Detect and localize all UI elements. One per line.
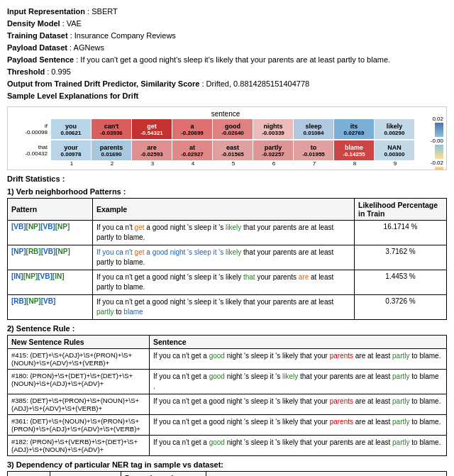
- payload-sentence-line: Payload Sentence : If you can't get a go…: [7, 54, 447, 66]
- sent-row-2: #180: (PRON)+\S+(DET)+\S+(DET)+\S+(NOUN)…: [8, 370, 447, 394]
- sentence-section-title: 2) Sentence Rule :: [7, 324, 447, 333]
- cell-nights: nights-0.00339: [253, 119, 293, 139]
- sent-sentence-1: If you ca n't get a good night 's sleep …: [150, 349, 447, 370]
- verb-row-2: [NP][RB][VB][NP] If you ca n't get a goo…: [8, 245, 447, 270]
- drift-stats: Drift Statistics :: [7, 175, 447, 183]
- verb-col-pattern: Pattern: [8, 199, 93, 221]
- cell-your: your0.00978: [51, 140, 91, 160]
- sent-rule-5: #182: (PRON)+\S+(VERB)+\S+(DET)+\S+(ADJ)…: [8, 436, 150, 456]
- cell-blame: blame-0.14255: [334, 140, 374, 160]
- main-container: Input Representation : SBERT Density Mod…: [7, 6, 447, 476]
- output-line: Output from Trained Drift Predictor, Sim…: [7, 78, 447, 90]
- cell-at: at-0.02927: [172, 140, 212, 160]
- verb-pattern-2: [NP][RB][VB][NP]: [8, 245, 93, 270]
- sample-level-line: Sample Level Explanations for Drift: [7, 90, 447, 102]
- sent-row-1: #415: (DET)+\S+(ADJ)+\S+(PRON)+\S+(NOUN)…: [8, 349, 447, 370]
- heatmap-row2-label: that -0.00432: [11, 144, 50, 157]
- verb-col-pct: Likelihood Percentage in Train: [355, 199, 447, 221]
- cell-a: a-0.20699: [172, 119, 212, 139]
- drift-stats-title: Drift Statistics :: [7, 175, 447, 183]
- ner-section-title: 3) Dependency of particular NER tag in s…: [7, 460, 447, 469]
- verb-row-4: [RB][NP][VB] If you ca n't get a good ni…: [8, 295, 447, 320]
- verb-example-2: If you ca n't get a good night 's sleep …: [93, 245, 355, 270]
- sent-row-3: #385: (DET)+\S+(PRON)+\S+(NOUN)+\S+(ADJ)…: [8, 394, 447, 415]
- colorbar: 0.02 -0.00 -0.02 -0.04: [431, 116, 443, 170]
- sent-sentence-2: If you ca n't get a good night 's sleep …: [150, 370, 447, 394]
- cell-nan: NAN0.00300: [375, 140, 414, 160]
- sent-sentence-4: If you ca n't get a good night 's sleep …: [150, 415, 447, 436]
- cell-east: east-0.01565: [213, 140, 253, 160]
- heatmap-title: sentence: [11, 110, 441, 118]
- sent-rule-3: #385: (DET)+\S+(PRON)+\S+(NOUN)+\S+(ADJ)…: [8, 394, 150, 415]
- verb-pct-2: 3.7162 %: [355, 245, 447, 270]
- payload-dataset-line: Payload Dataset : AGNews: [7, 42, 447, 54]
- verb-row-3: [IN][NP][VB][IN] If you ca n't get a goo…: [8, 270, 447, 295]
- cell-cant: can't-0.03936: [92, 119, 131, 139]
- ner-col-top: Top two most common dependencies in trai…: [206, 472, 447, 476]
- sent-rule-4: #361: (DET)+\S+(NOUN)+\S+(PRON)+\S+(PRON…: [8, 415, 150, 436]
- verb-pct-4: 0.3726 %: [355, 295, 447, 320]
- heatmap-rows: if -0.00098 you0.00621 can't-0.03936 get…: [11, 119, 441, 160]
- verb-example-4: If you ca n't get a good night 's sleep …: [93, 295, 355, 320]
- heatmap-cells-1: you0.00621 can't-0.03936 get-0.54321 a-0…: [51, 119, 414, 139]
- ner-table: NER Tag NER Dependency in sample Top two…: [7, 471, 447, 476]
- threshold-line: Threshold : 0.995: [7, 66, 447, 78]
- sent-row-4: #361: (DET)+\S+(NOUN)+\S+(PRON)+\S+(PRON…: [8, 415, 447, 436]
- density-model-line: Density Model : VAE: [7, 18, 447, 30]
- ner-col-tag: NER Tag: [8, 472, 50, 476]
- verb-table: Pattern Example Likelihood Percentage in…: [7, 198, 447, 320]
- verb-row-1: [VB][NP][VB][NP] If you ca n't get a goo…: [8, 221, 447, 245]
- ner-col-ner: NER: [50, 472, 121, 476]
- heatmap-row-1: if -0.00098 you0.00621 can't-0.03936 get…: [11, 119, 441, 139]
- verb-pct-3: 1.4453 %: [355, 270, 447, 295]
- verb-example-3: If you ca n't get a good night 's sleep …: [93, 270, 355, 295]
- verb-col-example: Example: [93, 199, 355, 221]
- sentence-table: New Sentence Rules Sentence #415: (DET)+…: [7, 335, 447, 456]
- info-section: Input Representation : SBERT Density Mod…: [7, 6, 447, 102]
- heatmap-cells-2: your0.00978 parents0.01690 are-0.02593 a…: [51, 140, 414, 160]
- heatmap-container: sentence if -0.00098 you0.00621 can't-0.…: [7, 106, 447, 170]
- verb-pct-1: 16.1714 %: [355, 221, 447, 245]
- verb-pattern-4: [RB][NP][VB]: [8, 295, 93, 320]
- cell-good: good-0.02640: [213, 119, 253, 139]
- heatmap-row-2: that -0.00432 your0.00978 parents0.01690…: [11, 140, 441, 160]
- cell-you: you0.00621: [51, 119, 91, 139]
- verb-section-title: 1) Verb neighborhood Patterns :: [7, 187, 447, 196]
- cell-are: are-0.02593: [132, 140, 172, 160]
- verb-example-1: If you ca n't get a good night 's sleep …: [93, 221, 355, 245]
- cell-sleep: sleep0.01084: [294, 119, 333, 139]
- input-rep-line: Input Representation : SBERT: [7, 6, 447, 18]
- cell-parents: parents0.01690: [92, 140, 131, 160]
- cell-partly: partly-0.02257: [253, 140, 293, 160]
- cell-to: to-0.01955: [294, 140, 333, 160]
- sent-rule-1: #415: (DET)+\S+(ADJ)+\S+(PRON)+\S+(NOUN)…: [8, 349, 150, 370]
- cell-likely: likely0.00290: [375, 119, 414, 139]
- sent-sentence-3: If you ca n't get a good night 's sleep …: [150, 394, 447, 415]
- ner-col-dep: Dependency in sample: [121, 472, 206, 476]
- verb-pattern-3: [IN][NP][VB][IN]: [8, 270, 93, 295]
- sent-sentence-5: If you ca n't get a good night 's sleep …: [150, 436, 447, 456]
- heatmap-row1-label: if -0.00098: [11, 123, 50, 136]
- verb-pattern-1: [VB][NP][VB][NP]: [8, 221, 93, 245]
- sent-col-rule: New Sentence Rules: [8, 336, 150, 349]
- sent-rule-2: #180: (PRON)+\S+(DET)+\S+(DET)+\S+(NOUN)…: [8, 370, 150, 394]
- cell-its: its0.02769: [334, 119, 374, 139]
- sent-col-sentence: Sentence: [150, 336, 447, 349]
- cell-get: get-0.54321: [132, 119, 172, 139]
- training-dataset-line: Training Dataset : Insurance Company Rev…: [7, 30, 447, 42]
- sent-row-5: #182: (PRON)+\S+(VERB)+\S+(DET)+\S+(ADJ)…: [8, 436, 447, 456]
